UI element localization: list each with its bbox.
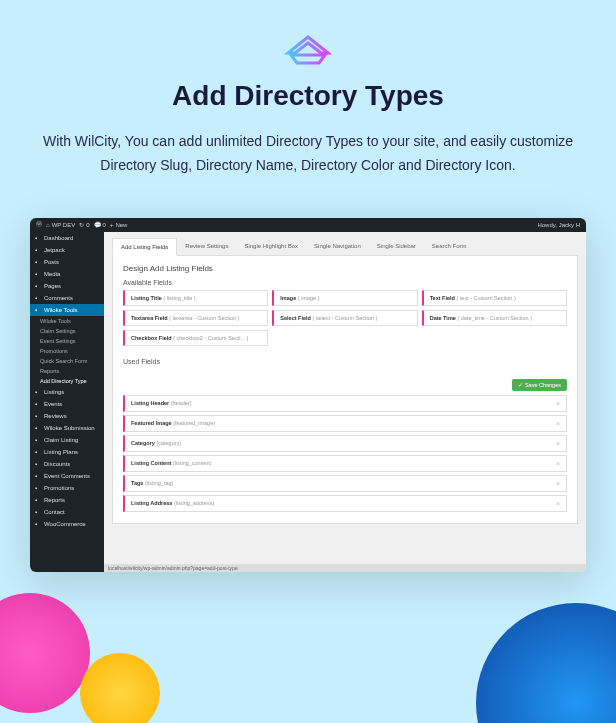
available-field-card[interactable]: Select Field ( select - Custom Section ) [272, 310, 417, 326]
sidebar-item-label: Contact [44, 509, 65, 515]
sidebar-sub-reports[interactable]: Reports [30, 366, 104, 376]
boat-icon [283, 35, 333, 65]
sidebar-item-listing-plans[interactable]: ▪Listing Plans [30, 446, 104, 458]
used-field-item[interactable]: Listing Address (listing_address)× [123, 495, 567, 512]
pin-icon: ▪ [35, 259, 41, 265]
close-icon[interactable]: × [556, 480, 560, 487]
available-field-card[interactable]: Checkbox Field ( checkbox2 - Custom Sect… [123, 330, 268, 346]
site-link[interactable]: ⌂ WP DEV [46, 222, 75, 228]
design-panel: Design Add Listing Fields Available Fiel… [112, 256, 578, 524]
close-icon[interactable]: × [556, 500, 560, 507]
tab-single-sidebar[interactable]: Single Sidebar [369, 238, 424, 255]
tab-search-form[interactable]: Search Form [424, 238, 475, 255]
claim-icon: ▪ [35, 437, 41, 443]
sidebar-item-claim-listing[interactable]: ▪Claim Listing [30, 434, 104, 446]
sidebar-item-label: WooCommerce [44, 521, 86, 527]
sidebar-sub-quick-search-form[interactable]: Quick Search Form [30, 356, 104, 366]
used-field-item[interactable]: Category (category)× [123, 435, 567, 452]
sidebar-item-label: Events [44, 401, 62, 407]
used-field-item[interactable]: Listing Content (listing_content)× [123, 455, 567, 472]
tab-single-highlight-box[interactable]: Single Highlight Box [236, 238, 306, 255]
decor-yellow-blob [80, 653, 160, 723]
tabs-nav: Add Listing FieldsReview SettingsSingle … [112, 238, 578, 256]
sidebar-item-events[interactable]: ▪Events [30, 398, 104, 410]
star-icon: ▪ [35, 413, 41, 419]
sub-icon: ▪ [35, 425, 41, 431]
sidebar-item-label: Event Comments [44, 473, 90, 479]
sidebar-item-woocommerce[interactable]: ▪WooCommerce [30, 518, 104, 530]
sidebar-sub-promotions[interactable]: Promotions [30, 346, 104, 356]
decor-blue-blob [476, 603, 616, 723]
sidebar-item-discounts[interactable]: ▪Discounts [30, 458, 104, 470]
used-field-item[interactable]: Listing Header (header)× [123, 395, 567, 412]
sidebar-item-label: Jetpack [44, 247, 65, 253]
tab-add-listing-fields[interactable]: Add Listing Fields [112, 238, 177, 256]
sidebar-item-dashboard[interactable]: ▪Dashboard [30, 232, 104, 244]
sidebar-item-wiloke-tools[interactable]: ▪Wiloke Tools [30, 304, 104, 316]
sidebar-item-contact[interactable]: ▪Contact [30, 506, 104, 518]
sidebar-item-label: Discounts [44, 461, 70, 467]
sidebar-item-pages[interactable]: ▪Pages [30, 280, 104, 292]
hero-title: Add Directory Types [30, 80, 586, 112]
updates-link[interactable]: ↻ 0 [79, 221, 89, 228]
available-field-card[interactable]: Listing Title ( listing_title ) [123, 290, 268, 306]
main-content: Add Listing FieldsReview SettingsSingle … [104, 232, 586, 572]
close-icon[interactable]: × [556, 420, 560, 427]
wp-logo-icon[interactable]: ⓦ [36, 220, 42, 229]
sidebar-item-label: Pages [44, 283, 61, 289]
sidebar-sub-claim-settings[interactable]: Claim Settings [30, 326, 104, 336]
available-fields-label: Available Fields [123, 279, 567, 286]
sidebar-item-label: Promotions [44, 485, 74, 491]
sidebar-item-event-comments[interactable]: ▪Event Comments [30, 470, 104, 482]
sidebar-item-label: Reviews [44, 413, 67, 419]
sidebar-sub-add-directory-type[interactable]: Add Directory Type [30, 376, 104, 386]
hero-subtitle: With WilCity, You can add unlimited Dire… [38, 130, 578, 178]
comments-link[interactable]: 💬 0 [94, 221, 106, 228]
new-link[interactable]: + New [110, 222, 128, 228]
tab-review-settings[interactable]: Review Settings [177, 238, 236, 255]
sidebar-item-label: Wiloke Submission [44, 425, 95, 431]
sidebar-sub-event-settings[interactable]: Event Settings [30, 336, 104, 346]
sidebar-sub-wiloke-tools[interactable]: Wiloke Tools [30, 316, 104, 326]
available-fields-grid: Listing Title ( listing_title )Image ( i… [123, 290, 567, 346]
ec-icon: ▪ [35, 473, 41, 479]
close-icon[interactable]: × [556, 460, 560, 467]
browser-statusbar: localhost/wilcity/wp-admin/admin.php?pag… [104, 564, 586, 572]
sidebar-item-posts[interactable]: ▪Posts [30, 256, 104, 268]
available-field-card[interactable]: Text Field ( text - Custom Section ) [422, 290, 567, 306]
disc-icon: ▪ [35, 461, 41, 467]
sidebar-item-label: Dashboard [44, 235, 73, 241]
sidebar-item-reviews[interactable]: ▪Reviews [30, 410, 104, 422]
available-field-card[interactable]: Date Time ( date_time - Custom Section ) [422, 310, 567, 326]
cal-icon: ▪ [35, 401, 41, 407]
page-icon: ▪ [35, 283, 41, 289]
sidebar-item-reports[interactable]: ▪Reports [30, 494, 104, 506]
sidebar-item-comments[interactable]: ▪Comments [30, 292, 104, 304]
sidebar-item-label: Reports [44, 497, 65, 503]
used-fields-list: Listing Header (header)×Featured Image (… [123, 395, 567, 512]
available-field-card[interactable]: Image ( image ) [272, 290, 417, 306]
howdy-link[interactable]: Howdy, Jacky H [537, 222, 580, 228]
available-field-card[interactable]: Textarea Field ( textarea - Custom Secti… [123, 310, 268, 326]
comment-icon: ▪ [35, 295, 41, 301]
woo-icon: ▪ [35, 521, 41, 527]
design-heading: Design Add Listing Fields [123, 264, 567, 273]
close-icon[interactable]: × [556, 440, 560, 447]
sidebar-item-label: Media [44, 271, 60, 277]
wp-adminbar: ⓦ ⌂ WP DEV ↻ 0 💬 0 + New Howdy, Jacky H [30, 218, 586, 232]
hero-section: Add Directory Types With WilCity, You ca… [0, 0, 616, 198]
sidebar-item-promotions[interactable]: ▪Promotions [30, 482, 104, 494]
wp-sidebar: ▪Dashboard▪Jetpack▪Posts▪Media▪Pages▪Com… [30, 232, 104, 572]
tab-single-navigation[interactable]: Single Navigation [306, 238, 369, 255]
sidebar-item-media[interactable]: ▪Media [30, 268, 104, 280]
sidebar-item-label: Wiloke Tools [44, 307, 78, 313]
used-field-item[interactable]: Featured Image (featured_image)× [123, 415, 567, 432]
sidebar-item-wiloke-submission[interactable]: ▪Wiloke Submission [30, 422, 104, 434]
sidebar-item-jetpack[interactable]: ▪Jetpack [30, 244, 104, 256]
sidebar-item-listings[interactable]: ▪Listings [30, 386, 104, 398]
dash-icon: ▪ [35, 235, 41, 241]
used-field-item[interactable]: Tags (listing_tag)× [123, 475, 567, 492]
save-changes-button[interactable]: ✓ Save Changes [512, 379, 567, 391]
list-icon: ▪ [35, 389, 41, 395]
close-icon[interactable]: × [556, 400, 560, 407]
